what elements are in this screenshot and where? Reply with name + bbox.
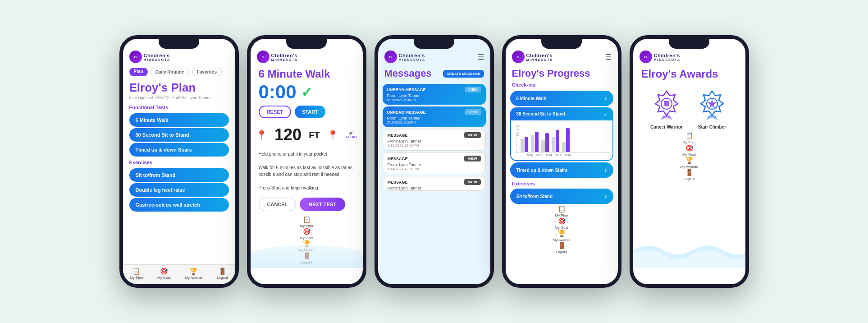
bar-light-5 bbox=[562, 142, 566, 152]
goal-icon-5: 🎯 bbox=[685, 144, 693, 152]
prog-timed-stairs[interactable]: Timed up & down Stairs › bbox=[510, 162, 613, 178]
nav-plan-5[interactable]: 📋 My Plan bbox=[633, 132, 745, 144]
tab-favorites[interactable]: Favorites bbox=[192, 68, 222, 76]
message-card-1: UNREAD MESSAGE VIEW From: Lynn Tanner 5/… bbox=[383, 84, 486, 105]
tab-daily-routine[interactable]: Daily Routine bbox=[151, 68, 189, 76]
tab-plan[interactable]: Plan bbox=[129, 68, 148, 76]
distance-row: 📍 120 FT 📍 🔊 AUDIO bbox=[251, 121, 363, 149]
date-label-2: 5/11 bbox=[536, 153, 544, 157]
plan-icon-2: 📋 bbox=[303, 216, 311, 223]
audio-control[interactable]: 🔊 AUDIO bbox=[346, 131, 357, 139]
phone-progress: C Children's MINNESOTA ☰ Elroy's Progres… bbox=[502, 35, 621, 288]
award-cancer-warrior: Cancer Warrior bbox=[650, 89, 683, 129]
audio-speaker-icon: 🔊 bbox=[349, 131, 353, 135]
test-6min-walk[interactable]: 6 Minute Walk bbox=[129, 113, 229, 127]
nav-my-goal-2[interactable]: 🎯 My Goal bbox=[251, 228, 363, 240]
bar-dark-4 bbox=[556, 130, 559, 152]
logo-sub-2: MINNESOTA bbox=[271, 58, 298, 61]
messages-header: Messages CREATE MESSAGE bbox=[378, 66, 490, 82]
expand-header[interactable]: 30 Second Sit to Stand ⌄ bbox=[510, 107, 613, 120]
distance-value: 120 bbox=[274, 125, 302, 144]
create-message-button[interactable]: CREATE MESSAGE bbox=[443, 70, 484, 78]
phone-plan: C Children's MINNESOTA Plan Daily Routin… bbox=[119, 35, 239, 288]
instructions-area: Hold phone or put it in your pocket Walk… bbox=[251, 149, 363, 193]
nav-logout[interactable]: 🚪 Logout bbox=[217, 268, 228, 280]
phone-walk: C Children's MINNESOTA 6 Minute Walk 0:0… bbox=[247, 35, 366, 288]
view-btn-3[interactable]: VIEW bbox=[464, 132, 480, 138]
nav-my-plan-2[interactable]: 📋 My Plan bbox=[251, 216, 363, 228]
chevron-down-icon: ⌄ bbox=[603, 111, 607, 116]
stair-climber-label: Stair Climber bbox=[698, 125, 726, 129]
functional-tests-label: Functional Tests bbox=[123, 103, 235, 112]
logo-area: C Children's MINNESOTA bbox=[123, 39, 235, 66]
logo-icon-2: C bbox=[257, 51, 270, 63]
screen-awards: C Children's MINNESOTA Elroy's Awards bbox=[633, 39, 745, 284]
msg-from-1: From: Lynn Tanner bbox=[383, 93, 486, 98]
msg-label-1: UNREAD MESSAGE bbox=[387, 88, 426, 92]
progress-title: Elroy's Progress bbox=[506, 66, 618, 81]
message-card-3: MESSAGE VIEW From: Lynn Tanner 5/14/2021… bbox=[383, 129, 486, 151]
nav-goal-5[interactable]: 🎯 My Goal bbox=[633, 144, 745, 157]
logout-icon-4: 🚪 bbox=[558, 242, 566, 249]
bar-group-3 bbox=[541, 133, 549, 152]
cancel-button[interactable]: CANCEL bbox=[259, 198, 297, 211]
start-pin-icon: 📍 bbox=[256, 129, 267, 140]
exercise-sit-stand[interactable]: Sit to/from Stand bbox=[129, 168, 229, 182]
chart-area: 1614121086420 bbox=[511, 120, 612, 160]
awards-grid: Cancer Warrior bbox=[633, 85, 745, 132]
screen-walk: C Children's MINNESOTA 6 Minute Walk 0:0… bbox=[251, 39, 363, 284]
view-btn-5[interactable]: VIEW bbox=[464, 179, 480, 185]
messages-title: Messages bbox=[384, 68, 432, 79]
wave-decoration bbox=[251, 245, 363, 268]
nav-awards-5[interactable]: 🏆 My Awards bbox=[633, 157, 745, 169]
awards-icon-5: 🏆 bbox=[685, 157, 693, 164]
bottom-nav-4: 📋 My Plan 🎯 My Goal 🏆 My Awards 🚪 Logout bbox=[506, 205, 618, 254]
msg-date-2: 5/19/2021 5:30PM bbox=[383, 120, 486, 127]
nav-awards-4[interactable]: 🏆 My Awards bbox=[506, 230, 618, 242]
nav-logout-5[interactable]: 🚪 Logout bbox=[633, 169, 745, 181]
action-row: CANCEL NEXT TEST bbox=[251, 193, 363, 216]
nav-my-plan[interactable]: 📋 My Plan bbox=[130, 268, 143, 280]
msg-date-4: 5/14/2021 12:00PM bbox=[383, 167, 485, 174]
nav-plan-4[interactable]: 📋 My Plan bbox=[506, 205, 618, 217]
msg-label-4: MESSAGE bbox=[388, 157, 408, 161]
logo-icon-5: C bbox=[640, 51, 652, 63]
timer-display: 0:00 ✓ bbox=[251, 81, 363, 103]
nav-my-awards[interactable]: 🏆 My Awards bbox=[185, 268, 202, 280]
msg-label-2: UNREAD MESSAGE bbox=[387, 110, 426, 115]
bar-dark-3 bbox=[545, 133, 549, 152]
logo-main-2: Children's bbox=[271, 53, 298, 58]
view-btn-1[interactable]: VIEW bbox=[465, 87, 481, 92]
hamburger-icon-4[interactable]: ☰ bbox=[605, 53, 612, 61]
logo-area-2: C Children's MINNESOTA bbox=[251, 39, 363, 66]
exercise-heel-raise[interactable]: Double leg heel raise bbox=[129, 183, 229, 197]
nav-goal-4[interactable]: 🎯 My Goal bbox=[506, 217, 618, 230]
hamburger-icon[interactable]: ☰ bbox=[478, 53, 484, 61]
next-test-button[interactable]: NEXT TEST bbox=[300, 198, 345, 211]
checkins-label: Check-ins bbox=[506, 81, 618, 89]
view-btn-2[interactable]: VIEW bbox=[465, 109, 481, 115]
nav-my-goal[interactable]: 🎯 My Goal bbox=[157, 268, 171, 280]
view-btn-4[interactable]: VIEW bbox=[464, 156, 480, 162]
tab-bar: Plan Daily Routine Favorites bbox=[123, 66, 235, 79]
timer-buttons: RESET START bbox=[251, 103, 363, 121]
bar-dark-1 bbox=[525, 137, 528, 152]
instruction-3: Press Start and begin walking bbox=[259, 185, 355, 191]
msg-from-4: From: Lynn Tanner bbox=[383, 162, 485, 167]
reset-button[interactable]: RESET bbox=[259, 106, 292, 118]
msg-from-5: From: Lynn Tanner bbox=[383, 186, 485, 190]
arrow-icon-3: › bbox=[605, 193, 607, 200]
wave-svg bbox=[633, 232, 745, 268]
test-30sec-sit[interactable]: 30 Second Sit to Stand bbox=[129, 128, 229, 142]
prog-sit-stand[interactable]: Sit to/from Stand › bbox=[510, 189, 613, 204]
nav-logout-4[interactable]: 🚪 Logout bbox=[506, 242, 618, 254]
arrow-icon-1: › bbox=[605, 95, 607, 102]
exercise-gastroc[interactable]: Gastroc-soleos wall stretch bbox=[129, 198, 229, 212]
logo-main-4: Children's bbox=[526, 53, 553, 58]
prog-6min-walk[interactable]: 6 Minute Walk › bbox=[510, 91, 613, 106]
start-button[interactable]: START bbox=[295, 106, 325, 118]
plan-title: Elroy's Plan bbox=[123, 79, 235, 96]
bar-light-2 bbox=[531, 135, 535, 152]
message-card-2: UNREAD MESSAGE VIEW From: Lynn Tanner 5/… bbox=[383, 106, 486, 127]
test-timed-stairs[interactable]: Timed up & down Stairs bbox=[129, 143, 229, 157]
